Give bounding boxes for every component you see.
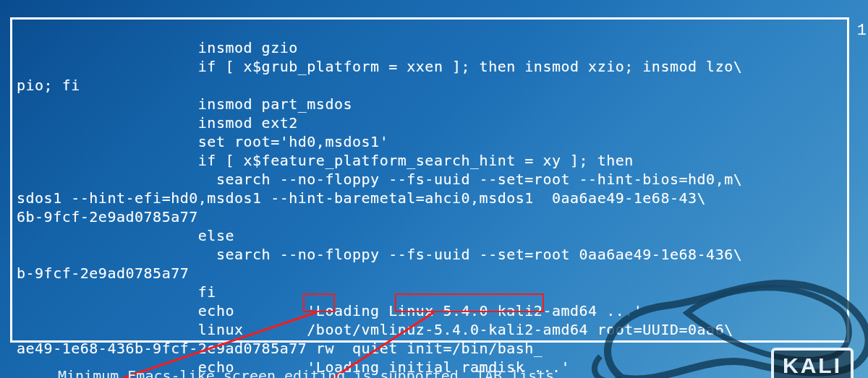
grub-editor-frame[interactable]: insmod gzio if [ x$grub_platform = xxen … bbox=[10, 17, 849, 343]
grub-help-text: Minimum Emacs-like screen editing is sup… bbox=[58, 367, 554, 378]
grub-edit-screen: insmod gzio if [ x$grub_platform = xxen … bbox=[0, 0, 868, 378]
grub-entry-text[interactable]: insmod gzio if [ x$grub_platform = xxen … bbox=[17, 38, 843, 377]
scroll-position-indicator: 1 bbox=[857, 22, 867, 40]
